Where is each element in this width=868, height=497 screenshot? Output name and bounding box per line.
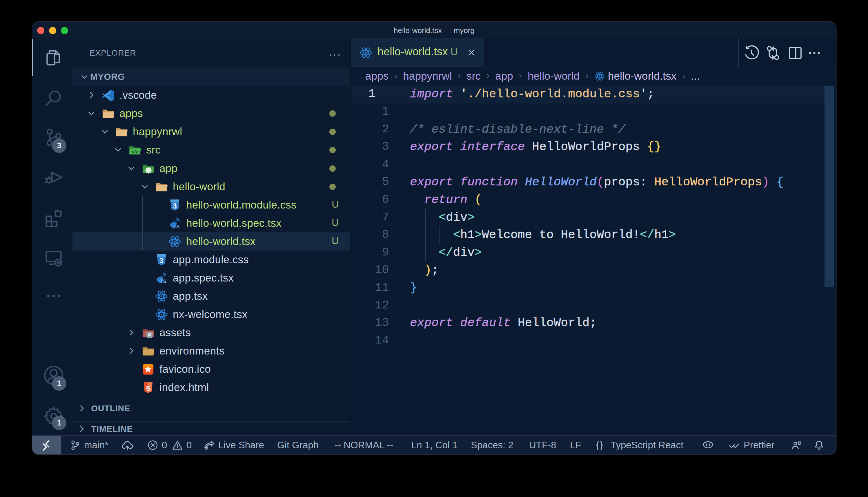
svg-text:3: 3	[173, 202, 177, 210]
svg-text:5: 5	[146, 384, 150, 393]
svg-text:TS: TS	[174, 224, 179, 229]
svg-text:TS: TS	[160, 279, 166, 284]
svg-text:3: 3	[160, 257, 164, 265]
svg-text:</>: </>	[132, 150, 138, 154]
